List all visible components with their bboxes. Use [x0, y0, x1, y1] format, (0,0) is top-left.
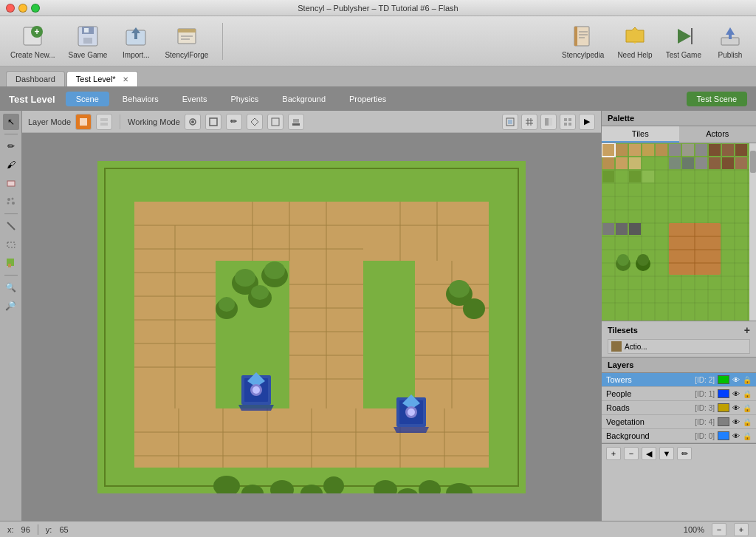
close-button[interactable] — [6, 4, 15, 13]
layer-move-left-btn[interactable]: ◀ — [642, 447, 656, 460]
eraser-tool[interactable] — [3, 175, 19, 191]
scene-tab-scene[interactable]: Scene — [66, 92, 109, 106]
svg-rect-196 — [602, 171, 614, 182]
layer-towers-eye[interactable]: 👁 — [732, 376, 740, 384]
maximize-button[interactable] — [31, 4, 40, 13]
scene-tab-background[interactable]: Background — [272, 92, 336, 106]
fit-view-btn[interactable] — [502, 114, 518, 130]
palette-canvas[interactable] — [602, 143, 756, 321]
working-mode-stamp-btn[interactable] — [288, 114, 304, 130]
scene-tab-scene-label: Scene — [76, 95, 99, 103]
layer-move-down-btn[interactable]: ▼ — [659, 447, 674, 460]
svg-rect-27 — [7, 181, 15, 186]
publish-button[interactable]: Publish — [712, 20, 749, 62]
layer-people-eye[interactable]: 👁 — [732, 390, 740, 398]
test-scene-label: Test Scene — [697, 95, 737, 103]
toggle-view-btn[interactable] — [540, 114, 557, 130]
layer-edit-btn[interactable]: ✏ — [677, 447, 692, 460]
svg-rect-190 — [669, 157, 681, 169]
zoom-in-tool[interactable]: 🔍 — [3, 279, 19, 295]
palette-header: Palette — [602, 111, 756, 126]
svg-rect-43 — [272, 118, 279, 126]
layer-background-eye[interactable]: 👁 — [732, 432, 740, 440]
svg-marker-19 — [633, 42, 637, 44]
scene-tab-behaviors[interactable]: Behaviors — [112, 92, 169, 106]
line-tool[interactable] — [3, 218, 19, 234]
tab-close-icon[interactable]: ✕ — [123, 75, 128, 83]
scene-tab-properties[interactable]: Properties — [339, 92, 396, 106]
layer-people-lock[interactable]: 🔒 — [743, 390, 752, 398]
palette-tab-actors-label: Actors — [706, 129, 729, 138]
layer-towers[interactable]: Towers [ID: 2] 👁 🔒 — [602, 373, 756, 387]
tab-test-level[interactable]: Test Level* ✕ — [66, 71, 138, 86]
stencylpedia-button[interactable]: Stencylpedia — [559, 20, 607, 62]
zoom-decrease-btn[interactable]: − — [712, 523, 726, 536]
scene-tab-events[interactable]: Events — [172, 92, 218, 106]
layer-roads[interactable]: Roads [ID: 3] 👁 🔒 — [602, 401, 756, 415]
tilesets-add-btn[interactable]: + — [744, 324, 750, 336]
test-game-button[interactable]: Test Game — [663, 20, 704, 62]
fill-tool[interactable] — [3, 255, 19, 271]
svg-rect-41 — [210, 118, 217, 126]
canvas-area[interactable] — [22, 133, 601, 521]
working-mode-select-btn[interactable] — [205, 114, 221, 130]
layer-remove-btn[interactable]: − — [624, 447, 639, 460]
svg-rect-176 — [602, 144, 614, 156]
layer-people[interactable]: People [ID: 1] 👁 🔒 — [602, 387, 756, 401]
working-area: ↖ ✏ 🖌 — [0, 111, 756, 521]
grid-toggle-btn[interactable] — [521, 114, 537, 130]
layer-vegetation-lock[interactable]: 🔒 — [743, 418, 752, 426]
layer-vegetation-eye[interactable]: 👁 — [732, 418, 740, 426]
y-value: 65 — [59, 525, 68, 534]
layers-header: Layers — [602, 357, 756, 373]
layer-towers-lock[interactable]: 🔒 — [743, 376, 752, 384]
working-mode-fill-btn[interactable] — [247, 114, 263, 130]
scatter-tool[interactable] — [3, 194, 19, 210]
layout-btn[interactable] — [560, 114, 576, 130]
layer-vegetation[interactable]: Vegetation [ID: 4] 👁 🔒 — [602, 415, 756, 429]
zoom-increase-btn[interactable]: + — [734, 523, 749, 536]
save-game-button[interactable]: Save Game — [66, 20, 111, 62]
brush-tool[interactable]: 🖌 — [3, 157, 19, 173]
select-tool[interactable]: ↖ — [3, 114, 19, 130]
svg-point-29 — [11, 198, 13, 200]
layer-towers-id: [ID: 2] — [695, 376, 715, 384]
layer-roads-eye[interactable]: 👁 — [732, 404, 740, 412]
tab-dashboard[interactable]: Dashboard — [6, 71, 65, 86]
rect-select-tool[interactable] — [3, 236, 19, 253]
svg-rect-200 — [602, 223, 614, 235]
pencil-tool[interactable]: ✏ — [3, 138, 19, 154]
test-scene-button[interactable]: Test Scene — [687, 92, 747, 106]
import-button[interactable]: Import... — [117, 20, 154, 62]
scene-tab-physics[interactable]: Physics — [220, 92, 269, 106]
svg-rect-213 — [750, 151, 756, 173]
working-mode-label: Working Mode — [128, 117, 180, 126]
svg-rect-47 — [508, 120, 512, 124]
svg-point-117 — [251, 285, 269, 300]
layer-mode-orange-btn[interactable] — [75, 114, 92, 130]
layer-background-lock[interactable]: 🔒 — [743, 432, 752, 440]
need-help-button[interactable]: Need Help — [614, 20, 655, 62]
working-mode-rect-btn[interactable] — [267, 114, 284, 130]
stencylforge-button[interactable]: StencylForge — [162, 20, 211, 62]
layer-background[interactable]: Background [ID: 0] 👁 🔒 — [602, 429, 756, 443]
layer-mode-all-btn[interactable] — [96, 114, 112, 130]
traffic-lights — [6, 4, 40, 13]
toolbar-right: Stencylpedia Need Help Test Game — [559, 20, 749, 62]
working-mode-pen-btn[interactable]: ✏ — [226, 114, 242, 130]
play-btn[interactable]: ▶ — [579, 114, 595, 130]
svg-line-32 — [7, 222, 15, 230]
working-mode-pencil-btn[interactable] — [185, 114, 201, 130]
minimize-button[interactable] — [18, 4, 27, 13]
zoom-out-tool[interactable]: 🔎 — [3, 298, 19, 314]
layer-roads-lock[interactable]: 🔒 — [743, 404, 752, 412]
create-new-icon: + — [19, 23, 46, 49]
layer-people-name: People — [606, 389, 692, 398]
palette-tab-actors[interactable]: Actors — [679, 126, 757, 143]
create-new-button[interactable]: + Create New... — [7, 20, 58, 62]
svg-rect-199 — [642, 171, 654, 182]
svg-point-121 — [449, 280, 470, 298]
palette-tab-tiles[interactable]: Tiles — [602, 126, 679, 143]
layer-add-btn[interactable]: + — [606, 447, 621, 460]
tileset-item-actio[interactable]: Actio... — [608, 339, 750, 354]
